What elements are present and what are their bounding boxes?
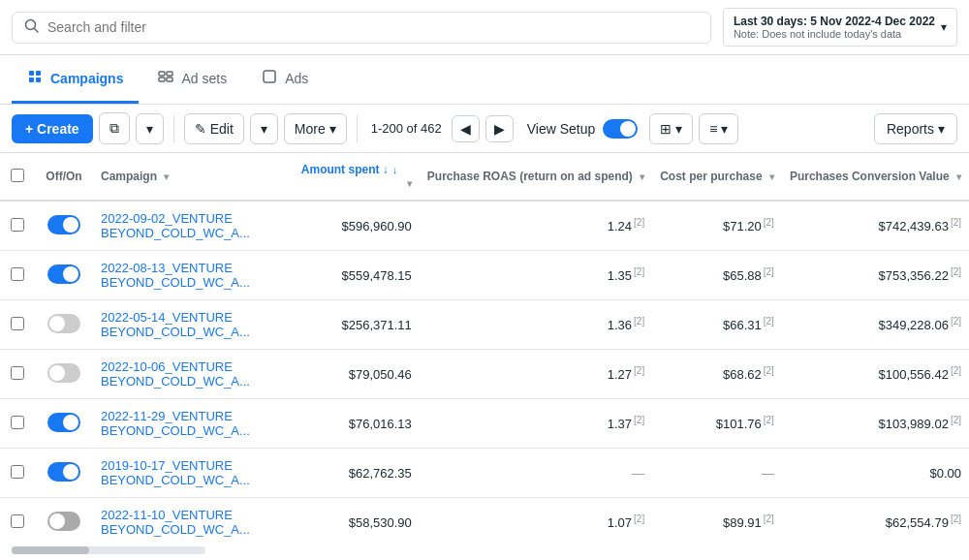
toggle-knob <box>63 464 78 480</box>
row-toggle[interactable] <box>47 462 80 482</box>
row-roas: 1.35[2] <box>420 251 652 300</box>
roas-filter-icon[interactable]: ▾ <box>640 171 644 182</box>
row-checkbox[interactable] <box>11 366 24 380</box>
row-campaign-name: 2019-10-17_VENTURE BEYOND_COLD_WC_A... <box>93 449 294 498</box>
campaign-link[interactable]: 2022-08-13_VENTURE BEYOND_COLD_WC_A... <box>101 261 250 290</box>
select-all-checkbox[interactable] <box>11 169 24 182</box>
table-row: 2022-05-14_VENTURE BEYOND_COLD_WC_A...$2… <box>0 300 969 350</box>
row-checkbox[interactable] <box>11 514 24 528</box>
toggle-knob <box>49 316 65 331</box>
columns-icon: ⊞ <box>660 121 672 137</box>
row-cost-per-purchase: $66.31[2] <box>652 300 782 350</box>
row-checkbox[interactable] <box>11 416 24 429</box>
cpp-filter-icon[interactable]: ▾ <box>769 171 774 182</box>
row-toggle[interactable] <box>47 264 80 284</box>
row-checkbox-cell <box>0 300 35 350</box>
tab-campaigns[interactable]: Campaigns <box>12 55 139 104</box>
row-cost-per-purchase: $89.91[2] <box>652 498 782 542</box>
row-checkbox[interactable] <box>11 465 24 479</box>
row-amount-spent: $76,016.13 <box>294 399 420 449</box>
scrollbar-track[interactable] <box>12 546 205 554</box>
header-amount-spent[interactable]: Amount spent ↓ ↓ ▾ <box>294 153 420 201</box>
prev-page-button[interactable]: ◀ <box>452 115 480 142</box>
row-toggle[interactable] <box>47 314 80 333</box>
toggle-knob <box>49 513 65 529</box>
next-page-button[interactable]: ▶ <box>485 115 514 142</box>
view-setup-label: View Setup <box>527 121 596 137</box>
toggle-knob <box>63 217 78 233</box>
campaign-filter-icon[interactable]: ▾ <box>164 171 169 182</box>
copy-button[interactable]: ⧉ <box>99 112 130 144</box>
row-checkbox-cell <box>0 350 35 399</box>
campaign-link[interactable]: 2019-10-17_VENTURE BEYOND_COLD_WC_A... <box>101 458 250 487</box>
pcv-filter-icon[interactable]: ▾ <box>956 171 961 182</box>
chevron-down-icon: ▾ <box>261 121 267 137</box>
header-checkbox[interactable] <box>0 153 35 201</box>
row-checkbox[interactable] <box>11 267 24 281</box>
view-setup-toggle[interactable] <box>603 119 638 139</box>
campaign-link[interactable]: 2022-10-06_VENTURE BEYOND_COLD_WC_A... <box>101 359 250 389</box>
more-button[interactable]: More ▾ <box>284 113 347 144</box>
reports-label: Reports <box>887 121 934 137</box>
tab-campaigns-label: Campaigns <box>50 71 123 86</box>
table-row: 2019-10-17_VENTURE BEYOND_COLD_WC_A...$6… <box>0 449 969 498</box>
view-setup-group: View Setup <box>527 119 639 139</box>
row-roas: 1.27[2] <box>420 350 652 399</box>
toolbar: + Create ⧉ ▾ ✎ Edit ▾ More ▾ 1-200 of 46… <box>0 105 969 153</box>
campaign-link[interactable]: 2022-05-14_VENTURE BEYOND_COLD_WC_A... <box>101 310 250 339</box>
header-cost-per-purchase: Cost per purchase ▾ <box>652 153 782 201</box>
tab-adsets[interactable]: Ad sets <box>142 55 242 104</box>
search-input[interactable] <box>47 19 699 35</box>
header-campaign: Campaign ▾ <box>93 153 294 201</box>
row-checkbox[interactable] <box>11 218 24 232</box>
columns-button[interactable]: ⊞ ▾ <box>649 113 693 144</box>
row-campaign-name: 2022-09-02_VENTURE BEYOND_COLD_WC_A... <box>93 201 294 251</box>
row-toggle[interactable] <box>47 512 80 531</box>
tab-ads[interactable]: Ads <box>246 55 324 104</box>
data-table-wrap: Off/On Campaign ▾ Amount spent ↓ ↓ ▾ <box>0 153 969 541</box>
row-cost-per-purchase: $68.62[2] <box>652 350 782 399</box>
header-offon: Off/On <box>35 153 93 201</box>
campaign-link[interactable]: 2022-09-02_VENTURE BEYOND_COLD_WC_A... <box>101 211 250 240</box>
row-toggle-cell <box>35 498 93 542</box>
rows-button[interactable]: ≡ ▾ <box>699 113 738 144</box>
reports-button[interactable]: Reports ▾ <box>874 113 957 144</box>
pagination-info: 1-200 of 462 <box>371 121 442 136</box>
create-button[interactable]: + Create <box>12 114 93 143</box>
row-cost-per-purchase: — <box>652 449 782 498</box>
chevron-down-icon: ▾ <box>146 121 153 137</box>
ads-icon <box>262 69 277 87</box>
row-checkbox-cell <box>0 201 35 251</box>
row-amount-spent: $62,762.35 <box>294 449 420 498</box>
row-toggle[interactable] <box>47 363 80 383</box>
more-label: More <box>295 121 326 137</box>
svg-rect-2 <box>29 71 34 76</box>
header-pcv: Purchases Conversion Value ▾ <box>782 153 969 201</box>
row-cost-per-purchase: $101.76[2] <box>652 399 782 449</box>
amount-filter-icon[interactable]: ▾ <box>407 178 412 189</box>
row-checkbox-cell <box>0 251 35 300</box>
toolbar-divider2 <box>357 115 358 142</box>
row-cost-per-purchase: $71.20[2] <box>652 201 782 251</box>
row-roas: — <box>420 449 652 498</box>
table-header-row: Off/On Campaign ▾ Amount spent ↓ ↓ ▾ <box>0 153 969 201</box>
table-row: 2022-11-29_VENTURE BEYOND_COLD_WC_A...$7… <box>0 399 969 449</box>
toggle-knob <box>49 365 65 381</box>
row-toggle[interactable] <box>47 215 80 234</box>
row-amount-spent: $58,530.90 <box>294 498 420 542</box>
date-filter-range: Last 30 days: 5 Nov 2022-4 Dec 2022 <box>734 15 935 28</box>
copy-dropdown-button[interactable]: ▾ <box>136 113 164 144</box>
campaign-link[interactable]: 2022-11-10_VENTURE BEYOND_COLD_WC_A... <box>101 508 250 537</box>
edit-dropdown-button[interactable]: ▾ <box>250 113 278 144</box>
top-bar: Last 30 days: 5 Nov 2022-4 Dec 2022 Note… <box>0 0 969 55</box>
edit-label: Edit <box>210 121 234 137</box>
row-campaign-name: 2022-10-06_VENTURE BEYOND_COLD_WC_A... <box>93 350 294 399</box>
row-toggle[interactable] <box>47 413 80 432</box>
campaign-link[interactable]: 2022-11-29_VENTURE BEYOND_COLD_WC_A... <box>101 409 250 438</box>
scrollbar-thumb[interactable] <box>12 546 89 554</box>
tab-adsets-label: Ad sets <box>181 71 227 86</box>
row-pcv: $100,556.42[2] <box>782 350 969 399</box>
date-filter-button[interactable]: Last 30 days: 5 Nov 2022-4 Dec 2022 Note… <box>723 8 957 47</box>
edit-button[interactable]: ✎ Edit <box>184 113 244 144</box>
row-checkbox[interactable] <box>11 317 24 330</box>
